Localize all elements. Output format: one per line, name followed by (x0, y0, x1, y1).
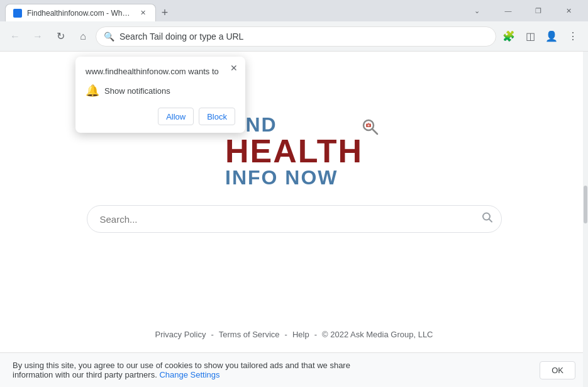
notification-popup: ✕ www.findhealthinfonow.com wants to 🔔 S… (75, 57, 245, 133)
forward-button[interactable]: → (28, 26, 48, 47)
tab-search-button[interactable]: ◫ (520, 26, 540, 47)
tab-bar: Findhealthinfonow.com - What's ✕ + (5, 0, 460, 21)
title-bar: Findhealthinfonow.com - What's ✕ + ⌄ — ❐… (0, 0, 588, 21)
block-button[interactable]: Block (199, 108, 235, 125)
search-container (87, 205, 502, 233)
tab-close-btn[interactable]: ✕ (138, 8, 148, 18)
svg-marker-4 (368, 123, 370, 124)
allow-button[interactable]: Allow (158, 108, 194, 125)
tab-search-icon[interactable]: ⌄ (462, 0, 491, 21)
logo-container: FIND HEALTH INFO NOW (225, 115, 363, 188)
svg-line-1 (372, 129, 377, 134)
search-icon (482, 212, 493, 223)
restore-btn[interactable]: ❐ (524, 0, 553, 21)
window-controls: — ❐ ✕ (494, 0, 583, 21)
bell-icon: 🔔 (86, 84, 99, 98)
magnifier-icon (362, 118, 379, 136)
search-submit-button[interactable] (482, 212, 493, 227)
back-button[interactable]: ← (5, 26, 25, 47)
close-btn[interactable]: ✕ (554, 0, 583, 21)
tab-title: Findhealthinfonow.com - What's (27, 9, 133, 18)
copyright-text: © 2022 Ask Media Group, LLC (319, 330, 436, 339)
toolbar: ← → ↻ ⌂ 🔍 Search Tail doing or type a UR… (0, 21, 588, 52)
minimize-btn[interactable]: — (494, 0, 523, 21)
browser-content: ✕ www.findhealthinfonow.com wants to 🔔 S… (0, 52, 588, 387)
omnibox-text: Search Tail doing or type a URL (119, 31, 488, 42)
toolbar-right: 🧩 ◫ 👤 ⋮ (499, 26, 583, 47)
reload-button[interactable]: ↻ (50, 26, 70, 47)
change-settings-link[interactable]: Change Settings (159, 370, 219, 379)
terms-of-service-link[interactable]: Terms of Service (216, 330, 282, 339)
svg-line-6 (489, 219, 492, 222)
account-icon[interactable]: 👤 (541, 26, 562, 47)
search-input[interactable] (87, 205, 502, 233)
cookie-bar: By using this site, you agree to our use… (0, 352, 588, 387)
popup-close-btn[interactable]: ✕ (228, 62, 240, 74)
notification-row: 🔔 Show notifications (86, 84, 235, 98)
omnibox-search-icon: 🔍 (104, 31, 114, 42)
popup-site-text: www.findhealthinfonow.com wants to (86, 67, 235, 76)
logo-health: HEALTH (225, 135, 363, 167)
footer-links: Privacy Policy - Terms of Service - Help… (0, 330, 588, 339)
privacy-policy-link[interactable]: Privacy Policy (152, 330, 208, 339)
active-tab[interactable]: Findhealthinfonow.com - What's ✕ (5, 4, 156, 21)
footer-sep-1: - (208, 330, 216, 339)
popup-buttons: Allow Block (86, 108, 235, 125)
footer-sep-3: - (312, 330, 319, 339)
omnibox[interactable]: 🔍 Search Tail doing or type a URL (96, 26, 496, 47)
new-tab-button[interactable]: + (156, 4, 174, 21)
menu-icon[interactable]: ⋮ (563, 26, 583, 47)
logo-area: FIND HEALTH INFO NOW (225, 115, 363, 188)
cookie-text: By using this site, you agree to our use… (13, 361, 377, 379)
scrollbar-track (583, 52, 588, 387)
logo-find: FIND (225, 115, 363, 135)
svg-point-3 (368, 125, 370, 126)
logo-info-now: INFO NOW (225, 167, 363, 188)
tab-favicon (13, 9, 22, 18)
popup-notification-label: Show notifications (104, 86, 170, 96)
help-link[interactable]: Help (290, 330, 312, 339)
extensions-icon[interactable]: 🧩 (499, 26, 519, 47)
footer-sep-2: - (282, 330, 290, 339)
scrollbar-thumb[interactable] (584, 186, 587, 223)
ok-button[interactable]: OK (540, 361, 575, 379)
home-button[interactable]: ⌂ (73, 26, 93, 47)
